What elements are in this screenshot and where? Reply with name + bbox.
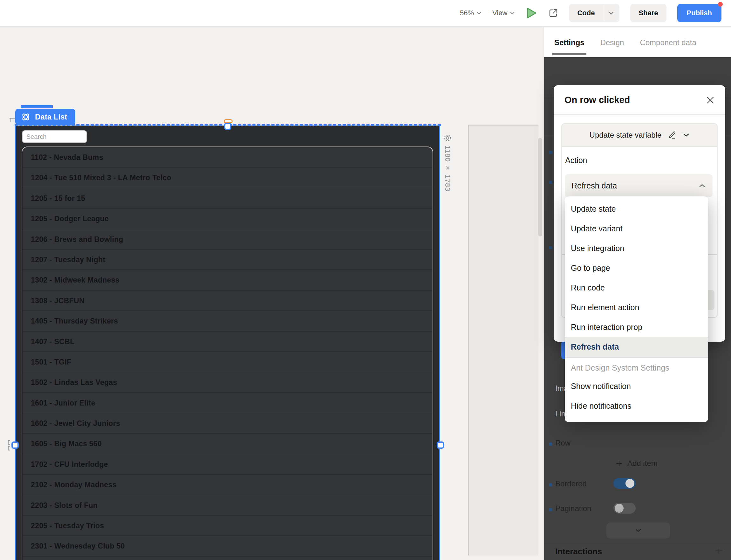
- bordered-label: Bordered: [555, 479, 587, 488]
- modal-header: On row clicked: [554, 85, 725, 114]
- resize-handle-top[interactable]: [224, 123, 231, 130]
- toggle-knob: [625, 479, 634, 488]
- list-item[interactable]: 1702 - CFU Interlodge: [22, 454, 433, 475]
- menu-item-update-state[interactable]: Update state: [565, 199, 708, 219]
- menu-item-refresh-data[interactable]: Refresh data: [565, 337, 708, 357]
- chevron-down-icon[interactable]: [683, 133, 689, 137]
- menu-item-use-integration[interactable]: Use integration: [565, 238, 708, 258]
- list-item[interactable]: 2205 - Tuesday Trios: [22, 516, 433, 536]
- view-menu[interactable]: View: [492, 9, 515, 17]
- action-select-value: Refresh data: [571, 181, 617, 190]
- menu-item-go-to-page[interactable]: Go to page: [565, 258, 708, 278]
- pagination-toggle[interactable]: [613, 503, 636, 514]
- share-button[interactable]: Share: [630, 4, 666, 22]
- tab-design[interactable]: Design: [600, 38, 624, 55]
- gear-icon[interactable]: [443, 133, 452, 142]
- menu-item-run-code[interactable]: Run code: [565, 278, 708, 297]
- handler-header[interactable]: Update state variable: [562, 124, 717, 147]
- prop-bullet: [549, 151, 552, 154]
- component-icon: [21, 112, 31, 122]
- publish-button[interactable]: Publish: [677, 4, 721, 22]
- list-item[interactable]: 1207 - Tuesday Night: [22, 249, 433, 270]
- inspector-tabs: Settings Design Component data: [544, 27, 731, 55]
- menu-item-hide-notifications[interactable]: Hide notifications: [565, 396, 708, 416]
- list-item[interactable]: 2203 - Slots of Fun: [22, 495, 433, 516]
- prop-bullet: [549, 442, 552, 446]
- top-toolbar: 56% View Code Share: [0, 0, 731, 27]
- code-button[interactable]: Code: [569, 9, 603, 17]
- search-input[interactable]: [23, 133, 87, 140]
- list-item[interactable]: 1204 - Tue 510 Mixed 3 - LA Metro Telco: [22, 167, 433, 188]
- tab-component-data[interactable]: Component data: [640, 38, 696, 55]
- view-label: View: [492, 9, 507, 17]
- list-item[interactable]: 1205 - Dodger League: [22, 208, 433, 229]
- list-item[interactable]: 1501 - TGIF: [22, 352, 433, 372]
- plus-icon: [615, 460, 623, 467]
- list-item[interactable]: 2302 - Pins and Needles: [22, 557, 433, 560]
- list-item[interactable]: 1302 - Midweek Madness: [22, 270, 433, 290]
- list-item[interactable]: 1605 - Big Macs 560: [22, 434, 433, 454]
- secondary-artboard[interactable]: [468, 125, 538, 556]
- chevron-down-icon: [476, 11, 482, 15]
- action-label: Action: [565, 156, 587, 165]
- list-item[interactable]: 1602 - Jewel City Juniors: [22, 413, 433, 434]
- pagination-label: Pagination: [555, 504, 591, 513]
- publish-label: Publish: [687, 9, 712, 17]
- action-options: Update stateUpdate variantUse integratio…: [565, 199, 708, 357]
- action-select[interactable]: Refresh data: [565, 174, 713, 197]
- bordered-toggle[interactable]: [613, 478, 636, 489]
- close-icon[interactable]: [706, 96, 714, 104]
- edit-pencil-icon[interactable]: [668, 131, 677, 140]
- resize-handle-right[interactable]: [437, 441, 444, 449]
- action-dropdown-menu: Update stateUpdate variantUse integratio…: [565, 196, 708, 422]
- list-item[interactable]: 1205 - 15 for 15: [22, 188, 433, 208]
- canvas-scrollbar-thumb[interactable]: [538, 138, 542, 236]
- frame-handle-icon[interactable]: [9, 117, 16, 123]
- menu-item-run-element-action[interactable]: Run element action: [565, 297, 708, 317]
- editor-canvas[interactable]: Data List 1102 - Nevada Bums1204 - Tue 5…: [0, 27, 543, 560]
- interactions-title: Interactions: [555, 547, 602, 557]
- handler-label: Update state variable: [590, 131, 662, 140]
- add-item-button[interactable]: Add item: [615, 459, 658, 468]
- list-item[interactable]: 1502 - Lindas Las Vegas: [22, 372, 433, 393]
- collapse-section-button[interactable]: [606, 522, 670, 538]
- list-item[interactable]: 1407 - SCBL: [22, 331, 433, 352]
- link-prop-label: Lin: [555, 409, 565, 418]
- list-item[interactable]: 1601 - Junior Elite: [22, 393, 433, 413]
- list-item[interactable]: 1206 - Brews and Bowling: [22, 229, 433, 249]
- chevron-down-icon: [635, 529, 641, 532]
- code-button-group: Code: [569, 4, 619, 22]
- zoom-value: 56%: [460, 9, 474, 17]
- prop-bullet: [549, 483, 552, 487]
- open-external-icon[interactable]: [549, 8, 558, 18]
- menu-item-show-notification[interactable]: Show notification: [565, 376, 708, 396]
- data-list-rows: 1102 - Nevada Bums1204 - Tue 510 Mixed 3…: [22, 147, 433, 560]
- row-prop-label: Row: [555, 439, 570, 447]
- dropdown-group-header: Ant Design System Settings: [565, 358, 708, 376]
- divider: [554, 114, 725, 115]
- chevron-down-icon: [510, 11, 515, 15]
- app-builder-window: 56% View Code Share: [0, 0, 731, 560]
- resize-handle-left[interactable]: [11, 441, 19, 449]
- component-label-pill[interactable]: Data List: [15, 109, 75, 125]
- preview-play-button[interactable]: [526, 7, 537, 19]
- dimensions-label: 1180 × 1783: [443, 146, 452, 191]
- list-item[interactable]: 1102 - Nevada Bums: [22, 147, 433, 167]
- unpublished-changes-dot: [718, 2, 723, 7]
- add-interaction-button[interactable]: [714, 545, 724, 555]
- list-search-field[interactable]: [22, 130, 87, 143]
- tab-settings[interactable]: Settings: [554, 38, 584, 55]
- list-item[interactable]: 2102 - Monday Madness: [22, 475, 433, 495]
- code-dropdown-button[interactable]: [603, 12, 619, 15]
- menu-item-run-interaction-prop[interactable]: Run interaction prop: [565, 317, 708, 337]
- list-item[interactable]: 1308 - JCBFUN: [22, 290, 433, 311]
- toggle-knob: [615, 504, 624, 513]
- list-item[interactable]: 2301 - Wednesday Club 50: [22, 536, 433, 556]
- add-item-label: Add item: [627, 459, 658, 468]
- component-label: Data List: [35, 113, 67, 121]
- chevron-up-icon: [699, 184, 705, 188]
- zoom-select[interactable]: 56%: [460, 9, 482, 17]
- component-tab-indicator: [21, 105, 53, 108]
- list-item[interactable]: 1405 - Thursday Strikers: [22, 311, 433, 331]
- menu-item-update-variant[interactable]: Update variant: [565, 219, 708, 238]
